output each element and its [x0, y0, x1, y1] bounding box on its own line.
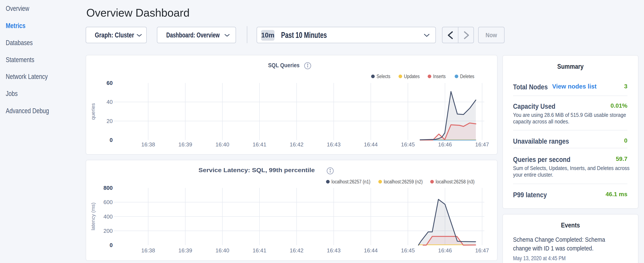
svg-text:16:46: 16:46 [438, 141, 452, 148]
svg-text:16:43: 16:43 [327, 247, 340, 254]
svg-text:16:38: 16:38 [141, 141, 155, 148]
svg-text:16:42: 16:42 [290, 141, 304, 148]
svg-text:queries: queries [90, 103, 96, 120]
svg-text:600: 600 [104, 199, 113, 205]
svg-text:16:43: 16:43 [327, 141, 340, 148]
svg-text:Service Latency: SQL, 99th per: Service Latency: SQL, 99th percentile [198, 167, 315, 173]
svg-text:16:46: 16:46 [438, 247, 452, 254]
svg-text:16:40: 16:40 [216, 247, 229, 254]
svg-text:localhost:26258 (n3): localhost:26258 (n3) [436, 179, 474, 184]
svg-text:Selects: Selects [376, 74, 390, 79]
svg-text:60: 60 [106, 80, 113, 86]
svg-text:200: 200 [104, 228, 113, 234]
svg-text:0: 0 [110, 242, 113, 248]
svg-text:latency (ms): latency (ms) [90, 203, 96, 230]
svg-text:16:41: 16:41 [252, 141, 266, 148]
svg-text:16:39: 16:39 [178, 141, 192, 148]
svg-text:16:42: 16:42 [290, 247, 304, 254]
svg-text:20: 20 [106, 118, 113, 124]
svg-text:16:44: 16:44 [364, 247, 378, 254]
svg-text:40: 40 [106, 99, 113, 105]
svg-text:Deletes: Deletes [460, 74, 474, 79]
svg-text:localhost:26257 (n1): localhost:26257 (n1) [332, 179, 370, 184]
svg-text:16:44: 16:44 [364, 141, 378, 148]
svg-text:16:45: 16:45 [401, 141, 415, 148]
svg-text:SQL Queries: SQL Queries [268, 62, 300, 69]
svg-text:Updates: Updates [404, 74, 420, 79]
svg-text:400: 400 [104, 213, 113, 220]
svg-text:16:38: 16:38 [141, 247, 155, 254]
svg-text:Inserts: Inserts [433, 74, 446, 79]
svg-text:16:39: 16:39 [178, 247, 192, 254]
svg-text:16:41: 16:41 [252, 247, 266, 254]
svg-text:16:45: 16:45 [401, 247, 415, 254]
svg-text:16:47: 16:47 [475, 247, 489, 254]
svg-text:localhost:26259 (n2): localhost:26259 (n2) [384, 179, 423, 184]
svg-text:16:47: 16:47 [475, 141, 489, 148]
svg-text:800: 800 [104, 185, 113, 191]
svg-text:16:40: 16:40 [216, 141, 229, 148]
svg-text:0: 0 [110, 137, 113, 143]
